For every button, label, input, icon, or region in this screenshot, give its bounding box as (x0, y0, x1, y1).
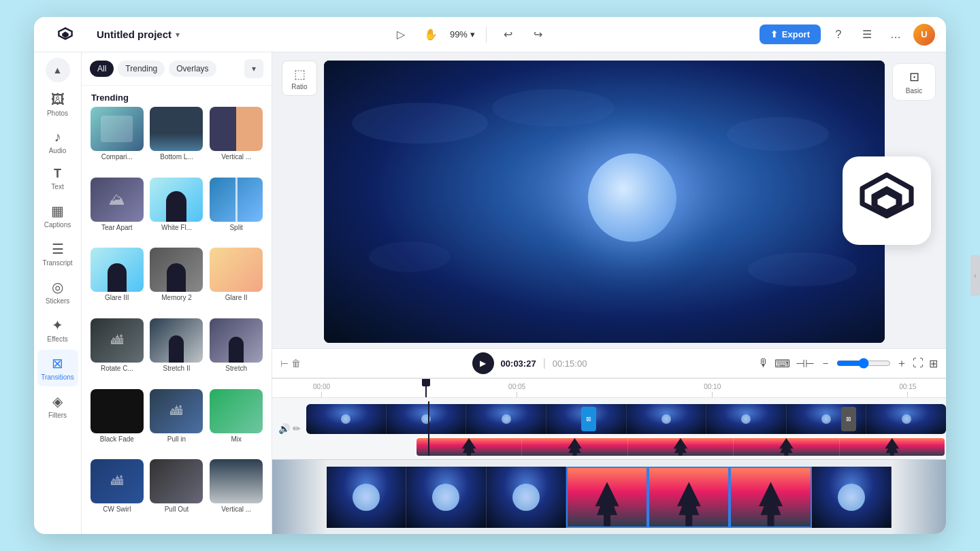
list-item[interactable]: Mix (208, 389, 265, 457)
keyboard-icon[interactable]: ⌨ (774, 357, 790, 370)
list-item[interactable]: Pull Out (148, 459, 206, 527)
film-frame (648, 467, 730, 528)
project-title-area[interactable]: Untitled project ▾ (97, 29, 180, 40)
ratio-icon: ⬚ (294, 67, 306, 82)
zoom-slider[interactable] (836, 358, 891, 369)
list-item[interactable]: Stretch II (148, 318, 206, 386)
list-item[interactable]: 🏙 CW Swirl (88, 459, 146, 527)
thumb-split (210, 178, 263, 222)
filter-chip-all[interactable]: All (90, 61, 114, 77)
playback-right: 🎙 ⌨ ⊣⊢ － ＋ ⛶ ⊞ (758, 356, 938, 371)
text-icon: T (54, 167, 61, 181)
list-item[interactable]: Black Fade (88, 389, 146, 457)
zoom-out-icon[interactable]: － (820, 356, 831, 371)
cloud (492, 89, 615, 127)
queue-button[interactable]: ☰ (856, 24, 878, 46)
tree-thumbnail (590, 482, 624, 527)
moon-frame: ⊠ (787, 404, 867, 434)
user-avatar[interactable]: U (913, 24, 935, 46)
sidebar-item-stickers[interactable]: ◎ Stickers (37, 273, 78, 310)
list-item[interactable]: White Fl... (148, 178, 206, 246)
split-icon[interactable]: ⊣⊢ (796, 357, 815, 370)
item-label: Pull in (167, 435, 186, 443)
moon-element (588, 153, 676, 241)
pointer-tool-button[interactable]: ▷ (390, 24, 412, 46)
filter-chip-overlays[interactable]: Overlays (169, 61, 216, 77)
help-button[interactable]: ? (828, 24, 849, 46)
delete-icon[interactable]: 🗑 (291, 358, 301, 369)
film-frame (812, 467, 892, 528)
zoom-control[interactable]: 99% ▾ (450, 29, 475, 39)
undo-button[interactable]: ↩ (497, 24, 519, 46)
top-bar: Untitled project ▾ ▷ ✋ 99% ▾ ↩ ↪ ⬆ Expor… (34, 17, 946, 52)
sidebar-item-audio[interactable]: ♪ Audio (37, 124, 78, 160)
filmstrip-right-fade (892, 460, 946, 534)
top-bar-right: ⬆ Export ? ☰ … U (760, 24, 935, 46)
sunset-frame (628, 438, 734, 456)
list-item[interactable]: Memory 2 (148, 248, 206, 316)
filters-icon: ◈ (52, 393, 63, 410)
sunset-frame (840, 438, 945, 456)
trim-icon[interactable]: ⊢ (280, 358, 289, 369)
sidebar-collapse-button[interactable]: ▲ (46, 58, 70, 82)
filmstrip-left-fade (272, 460, 327, 534)
sidebar-item-captions[interactable]: ▦ Captions (37, 197, 78, 234)
panel-grid: Compari... Bottom L... Vertical ... (82, 107, 272, 534)
thumb-stretch (210, 318, 263, 363)
captions-track-icon[interactable]: ⊞ (929, 357, 938, 370)
sidebar-item-transitions[interactable]: ⊠ Transitions (37, 350, 78, 386)
list-item[interactable]: 🏙 Rotate C... (88, 318, 146, 386)
thumb-black (91, 389, 144, 433)
transition-marker[interactable]: ⊠ (581, 407, 596, 431)
redo-button[interactable]: ↪ (527, 24, 549, 46)
zoom-in-icon[interactable]: ＋ (896, 356, 907, 371)
thumb-vertical (210, 107, 263, 151)
transition-marker-2[interactable]: ⊠ (841, 407, 856, 431)
edit-icon[interactable]: ✏ (293, 423, 301, 434)
list-item[interactable]: Compari... (88, 107, 146, 175)
microphone-icon[interactable]: 🎙 (758, 357, 769, 369)
sidebar-item-filters[interactable]: ◈ Filters (37, 388, 78, 424)
more-button[interactable]: … (885, 24, 906, 46)
hand-tool-button[interactable]: ✋ (420, 24, 442, 46)
main-content: ▲ 🖼 Photos ♪ Audio T Text ▦ Captions ☰ T… (34, 52, 946, 534)
export-icon: ⬆ (770, 29, 778, 39)
tree-silhouette (564, 438, 585, 456)
thumb-stretch2 (150, 318, 203, 363)
ruler-mark: 00:05 (508, 383, 525, 397)
timeline-section: 00:00 00:05 00:10 00:15 (272, 378, 946, 459)
ratio-button[interactable]: ⬚ Ratio (282, 61, 317, 96)
cloud (727, 117, 829, 151)
volume-icon[interactable]: 🔊 (278, 423, 290, 434)
zoom-level: 99% (450, 29, 468, 39)
playhead (425, 379, 427, 397)
fullscreen-icon[interactable]: ⛶ (913, 357, 924, 369)
tree-silhouette (459, 438, 479, 456)
list-item[interactable]: ⛰ Tear Apart (88, 178, 146, 246)
list-item[interactable]: Split (208, 178, 265, 246)
list-item[interactable]: Stretch (208, 318, 265, 386)
list-item[interactable]: 🏙 Pull in (148, 389, 206, 457)
moon-frame (627, 404, 707, 434)
sidebar-item-text[interactable]: T Text (37, 161, 78, 196)
thumb-bottom (150, 107, 203, 151)
play-button[interactable]: ▶ (472, 352, 494, 374)
list-item[interactable]: Vertical ... (208, 459, 265, 527)
filter-dropdown-button[interactable]: ▾ (244, 59, 263, 78)
list-item[interactable]: Bottom L... (148, 107, 206, 175)
moon-thumbnail (432, 484, 459, 511)
thumb-pullin: 🏙 (150, 389, 203, 433)
item-label: Rotate C... (101, 365, 133, 372)
filter-chip-trending[interactable]: Trending (118, 61, 165, 77)
video-canvas (324, 61, 885, 343)
list-item[interactable]: Vertical ... (208, 107, 265, 175)
list-item[interactable]: Glare II (208, 248, 265, 316)
sidebar-item-transcript[interactable]: ☰ Transcript (37, 235, 78, 272)
track-controls: 🔊 ✏ (272, 423, 306, 434)
thumb-comparision (91, 107, 144, 151)
sidebar-item-effects[interactable]: ✦ Effects (37, 312, 78, 348)
list-item[interactable]: Glare III (88, 248, 146, 316)
sidebar-item-photos[interactable]: 🖼 Photos (37, 86, 78, 122)
export-button[interactable]: ⬆ Export (760, 24, 821, 44)
item-label: CW Swirl (103, 505, 131, 513)
